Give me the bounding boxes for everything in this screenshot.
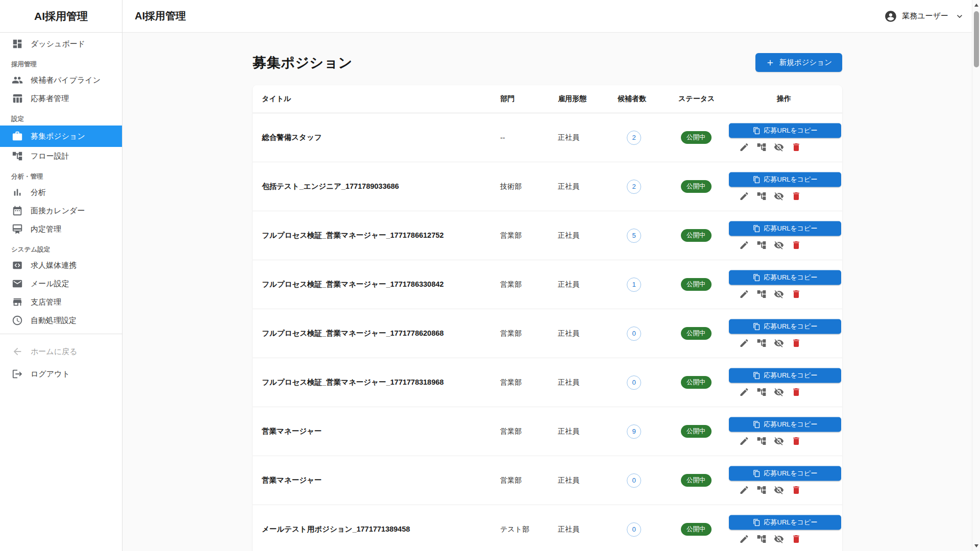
sidebar-item-people[interactable]: 候補者パイプライン: [0, 71, 122, 89]
actions-cell: 応募URLをコピー: [777, 505, 841, 551]
status-badge: 公開中: [681, 327, 712, 340]
arrow-left-icon: [11, 345, 23, 358]
candidate-count-badge: 2: [627, 131, 641, 145]
scroll-up-arrow-icon[interactable]: [972, 1, 980, 9]
sidebar-item-offer[interactable]: 内定管理: [0, 220, 122, 238]
edit-icon[interactable]: [739, 338, 749, 348]
visibility-off-icon[interactable]: [774, 387, 784, 397]
delete-icon[interactable]: [791, 240, 801, 250]
actions-cell: 応募URLをコピー: [777, 358, 841, 407]
edit-icon[interactable]: [739, 485, 749, 495]
table-row: フルプロセス検証_営業マネージャー_1771778318968営業部正社員0公開…: [253, 358, 842, 407]
flow-icon[interactable]: [756, 485, 767, 495]
delete-icon[interactable]: [791, 485, 801, 495]
visibility-off-icon[interactable]: [774, 142, 784, 152]
table-row: 包括テスト_エンジニア_1771789033686技術部正社員2公開中応募URL…: [253, 162, 842, 211]
column-header-employment-type: 雇用形態: [558, 94, 618, 104]
sidebar-footer-item-arrow-left[interactable]: ホームに戻る: [0, 340, 122, 363]
sidebar-section-label: システム設定: [0, 238, 122, 256]
scrollbar-thumb[interactable]: [974, 11, 979, 67]
copy-apply-url-button[interactable]: 応募URLをコピー: [729, 368, 841, 383]
copy-apply-url-label: 応募URLをコピー: [764, 371, 818, 380]
copy-apply-url-button[interactable]: 応募URLをコピー: [729, 417, 841, 432]
column-header-status: ステータス: [678, 94, 777, 104]
new-position-button-label: 新規ポジション: [779, 58, 832, 67]
sidebar-item-mail[interactable]: メール設定: [0, 274, 122, 293]
copy-apply-url-button[interactable]: 応募URLをコピー: [729, 270, 841, 285]
user-menu[interactable]: 業務ユーザー: [884, 10, 965, 23]
briefcase-icon: [11, 130, 23, 142]
delete-icon[interactable]: [791, 191, 801, 201]
new-position-button[interactable]: 新規ポジション: [755, 53, 842, 72]
edit-icon[interactable]: [739, 191, 749, 201]
visibility-off-icon[interactable]: [774, 289, 784, 299]
edit-icon[interactable]: [739, 534, 749, 544]
copy-apply-url-button[interactable]: 応募URLをコピー: [729, 172, 841, 187]
visibility-off-icon[interactable]: [774, 436, 784, 446]
table-icon: [11, 92, 23, 105]
edit-icon[interactable]: [739, 142, 749, 152]
edit-icon[interactable]: [739, 387, 749, 397]
delete-icon[interactable]: [791, 387, 801, 397]
sidebar-item-dashboard[interactable]: ダッシュボード: [0, 35, 122, 53]
visibility-off-icon[interactable]: [774, 534, 784, 544]
status-badge: 公開中: [681, 131, 712, 144]
sidebar-item-calendar[interactable]: 面接カレンダー: [0, 202, 122, 220]
sidebar-footer-item-logout[interactable]: ログアウト: [0, 363, 122, 385]
edit-icon[interactable]: [739, 289, 749, 299]
sidebar-app-title: AI採用管理: [0, 0, 122, 33]
sidebar-item-briefcase[interactable]: 募集ポジション: [0, 126, 122, 147]
position-department: 技術部: [500, 182, 558, 191]
copy-apply-url-button[interactable]: 応募URLをコピー: [729, 466, 841, 481]
code-icon: [11, 259, 23, 271]
column-header-actions: 操作: [777, 94, 841, 104]
sidebar-item-table[interactable]: 応募者管理: [0, 89, 122, 108]
sidebar-section-label: 分析・管理: [0, 165, 122, 183]
delete-icon[interactable]: [791, 338, 801, 348]
visibility-off-icon[interactable]: [774, 240, 784, 250]
sidebar-item-clock[interactable]: 自動処理設定: [0, 311, 122, 330]
flow-icon[interactable]: [756, 534, 767, 544]
copy-icon: [753, 518, 761, 526]
flow-icon[interactable]: [756, 289, 767, 299]
sidebar-item-code[interactable]: 求人媒体連携: [0, 256, 122, 274]
sidebar-footer-label: ログアウト: [31, 369, 70, 379]
flow-icon[interactable]: [756, 142, 767, 152]
delete-icon[interactable]: [791, 534, 801, 544]
actions-cell: 応募URLをコピー: [777, 113, 841, 162]
scroll-down-arrow-icon[interactable]: [972, 542, 980, 550]
actions-group: 応募URLをコピー: [729, 466, 841, 495]
copy-apply-url-button[interactable]: 応募URLをコピー: [729, 221, 841, 236]
visibility-off-icon[interactable]: [774, 191, 784, 201]
position-title: 営業マネージャー: [262, 475, 500, 485]
visibility-off-icon[interactable]: [774, 338, 784, 348]
delete-icon[interactable]: [791, 289, 801, 299]
flow-icon[interactable]: [756, 338, 767, 348]
position-employment-type: 正社員: [558, 525, 618, 534]
candidate-count-badge: 1: [627, 278, 641, 292]
scrollbar[interactable]: [972, 0, 980, 551]
action-icons: [729, 436, 841, 446]
sidebar-item-flow[interactable]: フロー設計: [0, 147, 122, 165]
position-department: 営業部: [500, 427, 558, 436]
sidebar-item-store[interactable]: 支店管理: [0, 293, 122, 311]
flow-icon[interactable]: [756, 191, 767, 201]
delete-icon[interactable]: [791, 436, 801, 446]
table-header-row: タイトル 部門 雇用形態 候補者数 ステータス 操作: [253, 85, 842, 113]
actions-cell: 応募URLをコピー: [777, 407, 841, 456]
actions-group: 応募URLをコピー: [729, 221, 841, 250]
page-title: 募集ポジション: [253, 54, 353, 72]
delete-icon[interactable]: [791, 142, 801, 152]
visibility-off-icon[interactable]: [774, 485, 784, 495]
copy-apply-url-button[interactable]: 応募URLをコピー: [729, 123, 841, 138]
edit-icon[interactable]: [739, 436, 749, 446]
sidebar-item-bar-chart[interactable]: 分析: [0, 183, 122, 202]
copy-apply-url-button[interactable]: 応募URLをコピー: [729, 515, 841, 530]
main-area: AI採用管理 業務ユーザー 募集ポジション 新規ポジション タイトル: [122, 0, 980, 551]
position-title: フルプロセス検証_営業マネージャー_1771778620868: [262, 329, 500, 338]
flow-icon[interactable]: [756, 240, 767, 250]
flow-icon[interactable]: [756, 387, 767, 397]
flow-icon[interactable]: [756, 436, 767, 446]
edit-icon[interactable]: [739, 240, 749, 250]
copy-apply-url-button[interactable]: 応募URLをコピー: [729, 319, 841, 334]
